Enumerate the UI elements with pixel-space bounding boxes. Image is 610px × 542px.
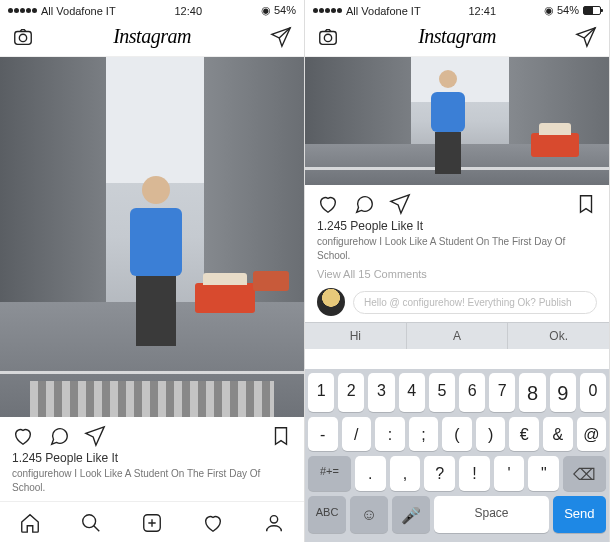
key-question[interactable]: ? — [424, 456, 455, 491]
share-icon[interactable] — [389, 193, 411, 215]
bookmark-icon[interactable] — [270, 425, 292, 447]
post-photo[interactable] — [305, 57, 609, 185]
likes-count[interactable]: 1.245 People Like It — [305, 219, 609, 233]
activity-icon[interactable] — [202, 512, 224, 534]
comment-icon[interactable] — [48, 425, 70, 447]
phone-left: All Vodafone IT 12:40 ◉ 54% Instagram 1.… — [0, 0, 305, 542]
share-icon[interactable] — [84, 425, 106, 447]
post-caption: configurehow I Look Like A Student On Th… — [0, 465, 304, 496]
status-bar: All Vodafone IT 12:40 ◉ 54% — [0, 0, 304, 19]
comment-icon[interactable] — [353, 193, 375, 215]
key-euro[interactable]: € — [509, 417, 539, 451]
key-8[interactable]: 8 — [519, 373, 545, 412]
carrier-label: All Vodafone IT — [41, 5, 116, 17]
key-semicolon[interactable]: ; — [409, 417, 439, 451]
suggestion[interactable]: Ok. — [508, 323, 609, 349]
key-colon[interactable]: : — [375, 417, 405, 451]
key-paren-close[interactable]: ) — [476, 417, 506, 451]
svg-point-2 — [83, 515, 96, 528]
signal-icon — [313, 8, 342, 13]
svg-point-4 — [270, 516, 277, 523]
key-apostrophe[interactable]: ' — [494, 456, 525, 491]
svg-point-6 — [324, 34, 331, 41]
key-7[interactable]: 7 — [489, 373, 515, 412]
camera-icon[interactable] — [12, 26, 34, 48]
key-9[interactable]: 9 — [550, 373, 576, 412]
key-period[interactable]: . — [355, 456, 386, 491]
key-5[interactable]: 5 — [429, 373, 455, 412]
suggestion[interactable]: Hi — [305, 323, 407, 349]
svg-rect-0 — [15, 31, 32, 44]
key-at[interactable]: @ — [577, 417, 607, 451]
key-4[interactable]: 4 — [399, 373, 425, 412]
status-time: 12:40 — [174, 5, 202, 17]
key-slash[interactable]: / — [342, 417, 372, 451]
keyboard-suggestions: Hi A Ok. — [305, 322, 609, 349]
like-icon[interactable] — [12, 425, 34, 447]
camera-icon[interactable] — [317, 26, 339, 48]
carrier-label: All Vodafone IT — [346, 5, 421, 17]
likes-count[interactable]: 1.245 People Like It — [0, 451, 304, 465]
instagram-logo: Instagram — [418, 25, 496, 48]
battery-icon — [583, 6, 601, 15]
search-icon[interactable] — [80, 512, 102, 534]
key-symbols[interactable]: #+= — [308, 456, 351, 491]
post-actions — [305, 185, 609, 219]
status-time: 12:41 — [468, 5, 496, 17]
direct-message-icon[interactable] — [575, 26, 597, 48]
key-comma[interactable]: , — [390, 456, 421, 491]
suggestion[interactable]: A — [407, 323, 509, 349]
key-emoji[interactable]: ☺ — [350, 496, 388, 533]
phone-right: All Vodafone IT 12:41 ◉ 54% Instagram 1.… — [305, 0, 610, 542]
key-quote[interactable]: " — [528, 456, 559, 491]
key-2[interactable]: 2 — [338, 373, 364, 412]
avatar[interactable] — [317, 288, 345, 316]
key-3[interactable]: 3 — [368, 373, 394, 412]
key-backspace[interactable]: ⌫ — [563, 456, 606, 491]
battery-percent: ◉ 54% — [261, 4, 296, 17]
key-1[interactable]: 1 — [308, 373, 334, 412]
key-space[interactable]: Space — [434, 496, 548, 533]
comment-input[interactable]: Hello @ configurehow! Everything Ok? Pub… — [353, 291, 597, 314]
comment-input-row: Hello @ configurehow! Everything Ok? Pub… — [305, 284, 609, 322]
key-exclaim[interactable]: ! — [459, 456, 490, 491]
add-post-icon[interactable] — [141, 512, 163, 534]
svg-point-1 — [19, 34, 26, 41]
instagram-header: Instagram — [0, 19, 304, 57]
key-abc[interactable]: ABC — [308, 496, 346, 533]
caption-username[interactable]: configurehow — [12, 468, 71, 479]
home-icon[interactable] — [19, 512, 41, 534]
post-photo[interactable] — [0, 57, 304, 417]
view-all-comments[interactable]: View All 15 Comments — [305, 264, 609, 284]
key-paren-open[interactable]: ( — [442, 417, 472, 451]
bottom-nav — [0, 501, 304, 542]
key-ampersand[interactable]: & — [543, 417, 573, 451]
key-0[interactable]: 0 — [580, 373, 606, 412]
post-actions — [0, 417, 304, 451]
post-caption: configurehow I Look Like A Student On Th… — [305, 233, 609, 264]
keyboard: 1 2 3 4 5 6 7 8 9 0 - / : ; ( ) € & @ #+… — [305, 369, 609, 542]
key-mic[interactable]: 🎤 — [392, 496, 430, 533]
key-dash[interactable]: - — [308, 417, 338, 451]
key-send[interactable]: Send — [553, 496, 606, 533]
like-icon[interactable] — [317, 193, 339, 215]
signal-icon — [8, 8, 37, 13]
status-bar: All Vodafone IT 12:41 ◉ 54% — [305, 0, 609, 19]
instagram-header: Instagram — [305, 19, 609, 57]
instagram-logo: Instagram — [113, 25, 191, 48]
battery-percent: ◉ 54% — [544, 4, 579, 17]
direct-message-icon[interactable] — [270, 26, 292, 48]
caption-username[interactable]: configurehow — [317, 236, 376, 247]
bookmark-icon[interactable] — [575, 193, 597, 215]
key-6[interactable]: 6 — [459, 373, 485, 412]
svg-rect-5 — [320, 31, 337, 44]
profile-icon[interactable] — [263, 512, 285, 534]
